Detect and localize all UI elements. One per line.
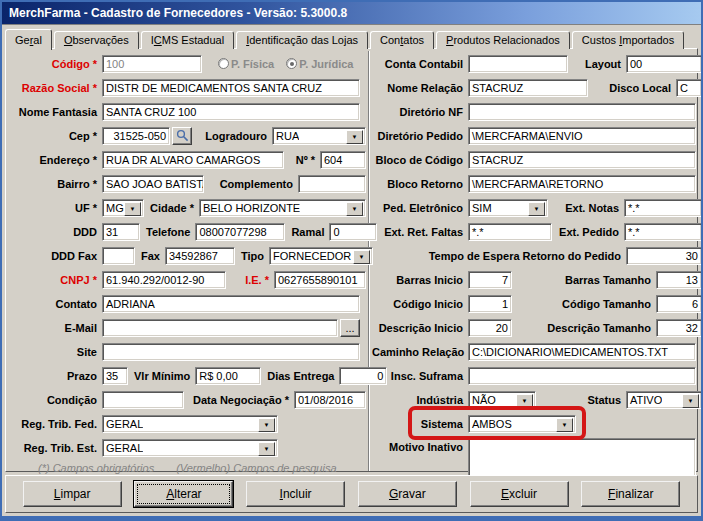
tab-identificacao-das-lojas[interactable]: Identificação das Lojas — [236, 31, 368, 49]
condicao-input[interactable] — [102, 391, 184, 409]
industria-select[interactable]: NÃO — [468, 391, 536, 409]
caminho-relacao-input[interactable]: C:\DICIONARIO\MEDICAMENTOS.TXT — [468, 343, 696, 361]
ext-ret-faltas-input[interactable]: *.* — [468, 223, 552, 241]
cnpj-input[interactable]: 61.940.292/0012-90 — [102, 271, 226, 289]
reg-trib-fed-select[interactable]: GERAL — [102, 415, 278, 433]
nome-fantasia-input[interactable]: SANTA CRUZ 100 — [102, 103, 360, 121]
ext-notas-input[interactable]: *.* — [624, 199, 702, 217]
ext-pedido-input[interactable]: *.* — [624, 223, 702, 241]
codigo-label: Código * — [8, 58, 100, 70]
barras-inicio-input[interactable]: 7 — [468, 271, 512, 289]
chevron-down-icon[interactable] — [556, 418, 573, 432]
tipo-select[interactable]: FORNECEDOR — [269, 247, 373, 265]
cidade-select[interactable]: BELO HORIZONTE — [199, 199, 366, 217]
site-row: Site — [8, 342, 366, 361]
vlr-minimo-label: Vlr Mínimo — [130, 370, 193, 382]
excluir-button[interactable]: Excluir — [470, 481, 569, 507]
razao-social-input[interactable]: DISTR DE MEDICAMENTOS SANTA CRUZ — [102, 79, 360, 97]
motivo-inativo-textarea[interactable] — [468, 438, 696, 480]
codigo-inicio-input[interactable]: 1 — [468, 295, 512, 313]
finalizar-button[interactable]: Finalizar — [581, 481, 680, 507]
chevron-down-icon[interactable] — [682, 394, 699, 408]
bloco-codigo-input[interactable]: STACRUZ — [468, 151, 696, 169]
nome-fantasia-label: Nome Fantasia — [8, 106, 100, 118]
telefone-input[interactable]: 08007077298 — [195, 223, 285, 241]
chevron-down-icon[interactable] — [124, 202, 141, 216]
pessoa-juridica-radio — [286, 58, 297, 69]
descricao-tamanho-input[interactable]: 32 — [656, 319, 702, 337]
ddd-input[interactable]: 31 — [102, 223, 140, 241]
titlebar[interactable]: MerchFarma - Cadastro de Fornecedores - … — [2, 2, 701, 25]
disco-local-input[interactable]: C — [676, 79, 702, 97]
tab-observacoes[interactable]: Observações — [54, 31, 139, 49]
uf-select[interactable]: MG — [102, 199, 144, 217]
email-input[interactable] — [102, 319, 338, 337]
sistema-select[interactable]: AMBOS — [468, 415, 576, 433]
site-label: Site — [8, 346, 100, 358]
chevron-down-icon[interactable] — [353, 250, 370, 264]
disco-local-label: Disco Local — [605, 82, 674, 94]
status-select[interactable]: ATIVO — [626, 391, 702, 409]
bloco-retorno-input[interactable]: \MERCFARMA\RETORNO — [468, 175, 696, 193]
codigo-input: 100 — [102, 55, 202, 73]
tab-geral[interactable]: Geral — [5, 29, 52, 50]
fax-input[interactable]: 34592867 — [165, 247, 235, 265]
barras-tamanho-input[interactable]: 13 — [656, 271, 702, 289]
complemento-input[interactable] — [298, 175, 366, 193]
ddd-label: DDD — [8, 226, 100, 238]
codigo-tamanho-input[interactable]: 6 — [656, 295, 702, 313]
chevron-down-icon[interactable] — [258, 442, 275, 456]
bairro-input[interactable]: SAO JOAO BATISTA — [102, 175, 204, 193]
incluir-button[interactable]: Incluir — [246, 481, 345, 507]
tab-icms-estadual[interactable]: ICMS Estadual — [141, 31, 234, 49]
cep-input[interactable]: 31525-050 — [102, 127, 170, 145]
ext-ret-faltas-label: Ext. Ret. Faltas — [372, 226, 466, 238]
alterar-button[interactable]: Alterar — [134, 481, 233, 507]
email-browse-button[interactable]: ... — [340, 319, 360, 337]
required-fields-note: (*) Campos obrigatórios — [38, 462, 154, 474]
site-input[interactable] — [102, 343, 360, 361]
numero-input[interactable]: 604 — [320, 151, 366, 169]
codigo-inicio-label: Código Inicio — [372, 298, 466, 310]
tempo-espera-input[interactable]: 30 — [626, 247, 702, 265]
descricao-inicio-input[interactable]: 20 — [468, 319, 512, 337]
diretorio-pedido-input[interactable]: \MERCFARMA\ENVIO — [468, 127, 696, 145]
insc-suframa-row: Insc. Suframa — [372, 366, 702, 385]
descricao-tamanho-label: Descrição Tamanho — [543, 322, 654, 334]
ped-eletronico-value: SIM — [469, 200, 492, 216]
chevron-down-icon[interactable] — [346, 202, 363, 216]
conta-contabil-input[interactable] — [468, 55, 568, 73]
limpar-button[interactable]: Limpar — [23, 481, 122, 507]
logradouro-select[interactable]: RUA — [272, 127, 366, 145]
ddd-telefone-row: DDD 31 Telefone 08007077298 Ramal 0 — [8, 222, 366, 241]
diretorio-nf-label: Diretório NF — [372, 106, 466, 118]
insc-suframa-input[interactable] — [468, 367, 696, 385]
cep-search-button[interactable] — [172, 127, 192, 145]
reg-trib-est-select[interactable]: GERAL — [102, 439, 278, 457]
prazo-input[interactable]: 35 — [102, 367, 128, 385]
ramal-input[interactable]: 0 — [329, 223, 377, 241]
gravar-button[interactable]: Gravar — [358, 481, 457, 507]
ddd-fax-input[interactable] — [102, 247, 135, 265]
email-label: E-Mail — [8, 322, 100, 334]
chevron-down-icon[interactable] — [346, 130, 363, 144]
tab-custos-importados[interactable]: Custos Importados — [572, 31, 684, 49]
chevron-down-icon[interactable] — [258, 418, 275, 432]
sistema-label: Sistema — [372, 418, 466, 430]
chevron-down-icon[interactable] — [516, 394, 533, 408]
tab-contatos[interactable]: Contatos — [370, 31, 434, 49]
layout-input[interactable]: 00 — [626, 55, 702, 73]
vlr-minimo-input[interactable]: R$ 0,00 — [195, 367, 261, 385]
data-negociacao-input[interactable]: 01/08/2016 — [294, 391, 366, 409]
contato-input[interactable]: ADRIANA — [102, 295, 360, 313]
nome-relacao-input[interactable]: STACRUZ — [468, 79, 588, 97]
tempo-espera-label: Tempo de Espera Retorno do Pedido — [372, 250, 624, 262]
tab-produtos-relacionados[interactable]: Produtos Relacionados — [436, 31, 570, 49]
diretorio-nf-input[interactable] — [468, 103, 696, 121]
form-panel: Código * 100 P. Física P. Jurídica Razão… — [5, 48, 698, 472]
ddd-fax-label: DDD Fax — [8, 250, 100, 262]
endereco-input[interactable]: RUA DR ALVARO CAMARGOS — [102, 151, 284, 169]
ie-input[interactable]: 0627655890101 — [274, 271, 366, 289]
ped-eletronico-select[interactable]: SIM — [468, 199, 548, 217]
chevron-down-icon[interactable] — [528, 202, 545, 216]
